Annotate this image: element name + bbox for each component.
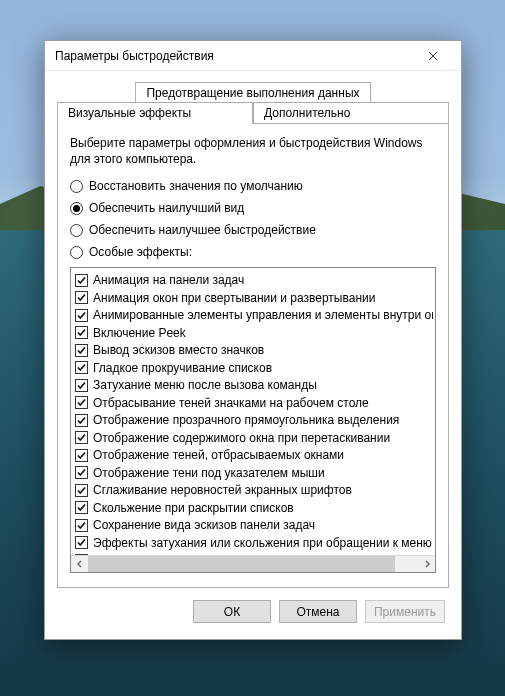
effect-item[interactable]: Скольжение при раскрытии списков: [75, 499, 433, 517]
checkbox[interactable]: [75, 519, 88, 532]
effect-label: Сохранение вида эскизов панели задач: [93, 518, 315, 532]
effect-label: Отображение тени под указателем мыши: [93, 466, 325, 480]
effect-label: Вывод эскизов вместо значков: [93, 343, 264, 357]
tab-strip: Предотвращение выполнения данных Визуаль…: [57, 81, 449, 588]
tab-advanced[interactable]: Дополнительно: [253, 102, 449, 124]
apply-button[interactable]: Применить: [365, 600, 445, 623]
dialog-body: Предотвращение выполнения данных Визуаль…: [45, 71, 461, 639]
close-button[interactable]: [411, 42, 455, 70]
checkbox[interactable]: [75, 291, 88, 304]
radio-indicator: [70, 224, 83, 237]
effect-item[interactable]: Отображение содержимого окна при перетас…: [75, 429, 433, 447]
radio-option-3[interactable]: Особые эффекты:: [70, 245, 436, 259]
checkbox[interactable]: [75, 536, 88, 549]
checkbox[interactable]: [75, 309, 88, 322]
checkbox[interactable]: [75, 431, 88, 444]
dialog-button-row: ОК Отмена Применить: [57, 588, 449, 627]
effect-label: Сглаживание неровностей экранных шрифтов: [93, 483, 352, 497]
effect-item[interactable]: Гладкое прокручивание списков: [75, 359, 433, 377]
chevron-left-icon: [76, 560, 84, 568]
effect-label: Отображение содержимого окна при перетас…: [93, 431, 390, 445]
checkbox[interactable]: [75, 484, 88, 497]
radio-indicator: [70, 246, 83, 259]
effect-label: Анимация на панели задач: [93, 273, 244, 287]
effect-item[interactable]: Анимированные элементы управления и элем…: [75, 306, 433, 324]
checkbox[interactable]: [75, 414, 88, 427]
horizontal-scrollbar[interactable]: [71, 555, 435, 572]
effect-item[interactable]: Отображение тени под указателем мыши: [75, 464, 433, 482]
effects-list: Анимация на панели задачАнимация окон пр…: [71, 268, 435, 571]
effect-label: Эффекты затухания или скольжения при обр…: [93, 536, 432, 550]
radio-option-1[interactable]: Обеспечить наилучший вид: [70, 201, 436, 215]
performance-options-dialog: Параметры быстродействия Предотвращение …: [44, 40, 462, 640]
description-text: Выберите параметры оформления и быстроде…: [70, 135, 436, 167]
effect-label: Включение Peek: [93, 326, 186, 340]
radio-label: Обеспечить наилучшее быстродействие: [89, 223, 316, 237]
checkbox[interactable]: [75, 501, 88, 514]
checkbox[interactable]: [75, 344, 88, 357]
effect-item[interactable]: Вывод эскизов вместо значков: [75, 341, 433, 359]
effects-listbox[interactable]: Анимация на панели задачАнимация окон пр…: [70, 267, 436, 573]
checkbox[interactable]: [75, 466, 88, 479]
tab-panel-visual-effects: Выберите параметры оформления и быстроде…: [57, 123, 449, 588]
radio-label: Особые эффекты:: [89, 245, 192, 259]
effect-item[interactable]: Анимация на панели задач: [75, 271, 433, 289]
appearance-radio-group: Восстановить значения по умолчаниюОбеспе…: [70, 179, 436, 259]
effect-item[interactable]: Отбрасывание теней значками на рабочем с…: [75, 394, 433, 412]
ok-button[interactable]: ОК: [193, 600, 271, 623]
radio-option-0[interactable]: Восстановить значения по умолчанию: [70, 179, 436, 193]
checkbox[interactable]: [75, 274, 88, 287]
titlebar[interactable]: Параметры быстродействия: [45, 41, 461, 71]
effect-item[interactable]: Сглаживание неровностей экранных шрифтов: [75, 481, 433, 499]
effect-label: Затухание меню после вызова команды: [93, 378, 317, 392]
effect-item[interactable]: Отображение теней, отбрасываемых окнами: [75, 446, 433, 464]
radio-label: Обеспечить наилучший вид: [89, 201, 244, 215]
checkbox[interactable]: [75, 379, 88, 392]
tab-dep[interactable]: Предотвращение выполнения данных: [135, 82, 370, 103]
effect-label: Гладкое прокручивание списков: [93, 361, 272, 375]
effect-label: Скольжение при раскрытии списков: [93, 501, 294, 515]
scroll-right-button[interactable]: [418, 556, 435, 572]
chevron-right-icon: [423, 560, 431, 568]
effect-item[interactable]: Включение Peek: [75, 324, 433, 342]
radio-option-2[interactable]: Обеспечить наилучшее быстродействие: [70, 223, 436, 237]
radio-label: Восстановить значения по умолчанию: [89, 179, 303, 193]
scroll-left-button[interactable]: [71, 556, 88, 572]
radio-indicator: [70, 202, 83, 215]
effect-label: Отображение теней, отбрасываемых окнами: [93, 448, 344, 462]
checkbox[interactable]: [75, 361, 88, 374]
effect-item[interactable]: Сохранение вида эскизов панели задач: [75, 516, 433, 534]
tab-visual-effects[interactable]: Визуальные эффекты: [57, 102, 253, 124]
effect-item[interactable]: Эффекты затухания или скольжения при обр…: [75, 534, 433, 552]
effect-label: Анимация окон при свертывании и разверты…: [93, 291, 375, 305]
effect-item[interactable]: Затухание меню после вызова команды: [75, 376, 433, 394]
scroll-thumb[interactable]: [88, 556, 395, 572]
title-text: Параметры быстродействия: [55, 49, 214, 63]
checkbox[interactable]: [75, 326, 88, 339]
checkbox[interactable]: [75, 449, 88, 462]
effect-item[interactable]: Анимация окон при свертывании и разверты…: [75, 289, 433, 307]
effect-label: Анимированные элементы управления и элем…: [93, 308, 433, 322]
scroll-track[interactable]: [88, 556, 418, 572]
effect-label: Отбрасывание теней значками на рабочем с…: [93, 396, 369, 410]
cancel-button[interactable]: Отмена: [279, 600, 357, 623]
close-icon: [428, 51, 438, 61]
effect-label: Отображение прозрачного прямоугольника в…: [93, 413, 399, 427]
effect-item[interactable]: Отображение прозрачного прямоугольника в…: [75, 411, 433, 429]
checkbox[interactable]: [75, 396, 88, 409]
radio-indicator: [70, 180, 83, 193]
